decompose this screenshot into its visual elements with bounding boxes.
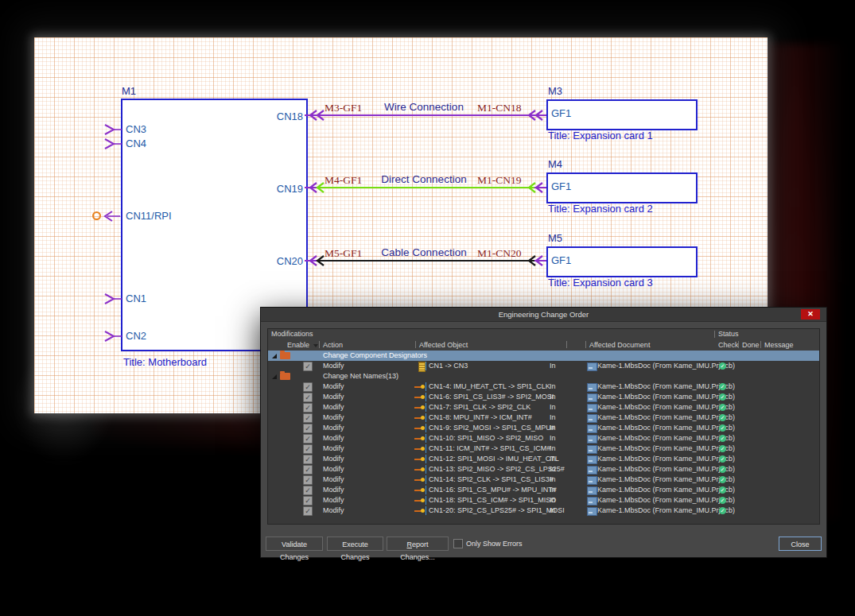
enable-checkbox[interactable]: ✓ xyxy=(303,486,313,495)
affected-object-label: CN1-18: SPI1_CS_ICM# -> SPI1_MISO xyxy=(429,495,556,506)
affected-object-label: CN1-9: SPI2_MOSI -> SPI1_CS_MPU# xyxy=(429,423,555,433)
column-affected-document[interactable]: Affected Document xyxy=(589,341,650,349)
card-title: Title: Expansion card 1 xyxy=(548,130,653,141)
column-enable[interactable]: Enable xyxy=(287,341,309,349)
check-ok-icon: ✓ xyxy=(719,476,726,483)
enable-checkbox[interactable]: ✓ xyxy=(303,413,313,423)
no-connect-ring-icon xyxy=(92,211,101,220)
wire-chevron-icon xyxy=(534,182,544,193)
connection-name: Wire Connection xyxy=(372,101,476,113)
close-icon[interactable]: ✕ xyxy=(801,309,820,320)
only-show-errors-checkbox[interactable] xyxy=(453,539,463,548)
direct-connection-net[interactable] xyxy=(305,187,546,188)
enable-checkbox[interactable]: ✓ xyxy=(303,362,313,371)
net-icon xyxy=(414,423,426,433)
column-affected-object[interactable]: Affected Object xyxy=(419,341,468,349)
application-window: M1 CN3 CN4 CN11/RPI CN1 CN2 CN18 CN19 CN… xyxy=(0,0,855,616)
scope-label: In xyxy=(550,464,556,475)
enable-checkbox[interactable]: ✓ xyxy=(303,444,313,454)
scope-label: In xyxy=(550,413,556,423)
eco-change-row[interactable]: ✓ModifyCN1 -> CN3InKame-1.MbsDoc (From K… xyxy=(268,361,819,371)
wire-connection-net[interactable] xyxy=(305,114,546,116)
eco-change-row[interactable]: ✓ModifyCN1-9: SPI2_MOSI -> SPI1_CS_MPU#I… xyxy=(268,423,819,433)
report-changes-button[interactable]: Report Changes... xyxy=(387,537,449,551)
eco-change-row[interactable]: ✓ModifyCN1-16: SPI1_CS_MPU# -> MPU_INT#I… xyxy=(268,485,819,495)
pin-label-cn1: CN1 xyxy=(126,293,146,304)
card-designator: M5 xyxy=(548,232,562,244)
wire-chevron-icon xyxy=(534,110,544,121)
object-separator xyxy=(426,475,426,484)
eco-change-row[interactable]: ✓ModifyCN1-13: SPI2_MISO -> SPI2_CS_LPS2… xyxy=(268,464,819,475)
enable-checkbox[interactable]: ✓ xyxy=(303,403,313,413)
eco-change-row[interactable]: ✓ModifyCN1-18: SPI1_CS_ICM# -> SPI1_MISO… xyxy=(268,495,819,506)
action-label: Modify xyxy=(323,382,344,392)
eco-change-row[interactable]: ✓ModifyCN1-8: MPU_INT# -> ICM_INT#InKame… xyxy=(268,413,819,423)
eco-change-row[interactable]: ✓ModifyCN1-12: SPI1_MOSI -> IMU_HEAT_CTL… xyxy=(268,454,819,464)
affected-object-label: CN1-11: ICM_INT# -> SPI1_CS_ICM# xyxy=(429,444,550,454)
column-done[interactable]: Done xyxy=(742,341,760,349)
only-show-errors-label: Only Show Errors xyxy=(466,540,523,548)
eco-change-row[interactable]: ✓ModifyCN1-7: SPI1_CLK -> SPI2_CLKInKame… xyxy=(268,402,819,413)
document-icon xyxy=(587,455,597,464)
affected-object-label: CN1-6: SPI1_CS_LIS3# -> SPI2_MOSI xyxy=(429,392,554,402)
net-icon xyxy=(414,475,426,485)
enable-checkbox[interactable]: ✓ xyxy=(303,506,313,516)
eco-change-row[interactable]: ✓ModifyCN1-11: ICM_INT# -> SPI1_CS_ICM#I… xyxy=(268,444,819,454)
net-icon xyxy=(414,402,426,413)
scope-label: In xyxy=(550,506,556,516)
pin-label-gf1: GF1 xyxy=(551,180,571,192)
net-icon xyxy=(414,444,426,454)
separator xyxy=(415,341,416,348)
pin-arrow-left-icon xyxy=(102,210,121,223)
object-separator xyxy=(426,444,426,453)
separator xyxy=(714,331,715,338)
column-message[interactable]: Message xyxy=(764,341,794,349)
scope-label: In xyxy=(550,485,556,495)
check-ok-icon: ✓ xyxy=(719,414,726,421)
cable-connection-net[interactable] xyxy=(305,260,546,262)
expansion-card-1-component[interactable]: GF1 xyxy=(546,99,698,130)
execute-changes-button[interactable]: Execute Changes xyxy=(327,537,383,551)
group-label: Change Net Names(13) xyxy=(323,371,398,382)
document-icon xyxy=(587,486,597,495)
expand-arrow-icon[interactable] xyxy=(272,374,277,379)
eco-change-row[interactable]: ✓ModifyCN1-14: SPI2_CLK -> SPI1_CS_LIS3#… xyxy=(268,475,819,485)
eco-change-row[interactable]: ✓ModifyCN1-20: SPI2_CS_LPS25# -> SPI1_MO… xyxy=(268,506,819,516)
expand-arrow-icon[interactable] xyxy=(272,354,277,358)
enable-checkbox[interactable]: ✓ xyxy=(303,475,313,485)
pin-label-cn20: CN20 xyxy=(277,255,303,267)
folder-icon xyxy=(280,373,290,380)
enable-checkbox[interactable]: ✓ xyxy=(303,382,313,392)
object-separator xyxy=(426,403,426,412)
column-action[interactable]: Action xyxy=(323,341,343,349)
eco-change-row[interactable]: ✓ModifyCN1-10: SPI1_MISO -> SPI2_MISOInK… xyxy=(268,433,819,444)
scope-label: In xyxy=(550,392,556,402)
column-check[interactable]: Check xyxy=(718,341,739,349)
enable-checkbox[interactable]: ✓ xyxy=(303,455,313,464)
expansion-card-3-component[interactable]: GF1 xyxy=(546,246,698,277)
eco-change-row[interactable]: ✓ModifyCN1-6: SPI1_CS_LIS3# -> SPI2_MOSI… xyxy=(268,392,819,402)
enable-checkbox[interactable]: ✓ xyxy=(303,393,313,402)
motherboard-designator: M1 xyxy=(122,85,136,97)
validate-changes-button[interactable]: Validate Changes xyxy=(266,537,323,551)
dialog-titlebar[interactable]: Engineering Change Order ✕ xyxy=(261,308,826,322)
eco-group-row[interactable]: Change Net Names(13) xyxy=(268,371,819,382)
pin-label-cn18: CN18 xyxy=(277,110,303,122)
check-ok-icon: ✓ xyxy=(719,507,726,514)
affected-document-label: Kame-1.MbsDoc (From Kame_IMU.PrjPcb) xyxy=(597,402,735,413)
filter-dropdown-icon[interactable] xyxy=(313,344,318,347)
eco-change-row[interactable]: ✓ModifyCN1-4: IMU_HEAT_CTL -> SPI1_CLKIn… xyxy=(268,382,819,392)
close-button[interactable]: Close xyxy=(779,537,822,551)
enable-checkbox[interactable]: ✓ xyxy=(303,424,313,433)
card-title: Title: Expansion card 3 xyxy=(548,277,653,289)
net-icon xyxy=(414,495,426,506)
net-label: M4-GF1 xyxy=(325,174,362,187)
document-icon xyxy=(587,393,597,402)
enable-checkbox[interactable]: ✓ xyxy=(303,496,313,506)
enable-checkbox[interactable]: ✓ xyxy=(303,465,313,475)
enable-checkbox[interactable]: ✓ xyxy=(303,434,313,444)
expansion-card-2-component[interactable]: GF1 xyxy=(546,172,698,203)
net-icon xyxy=(414,464,426,475)
object-separator xyxy=(426,496,426,505)
eco-group-row[interactable]: Change Component Designators xyxy=(268,351,819,361)
